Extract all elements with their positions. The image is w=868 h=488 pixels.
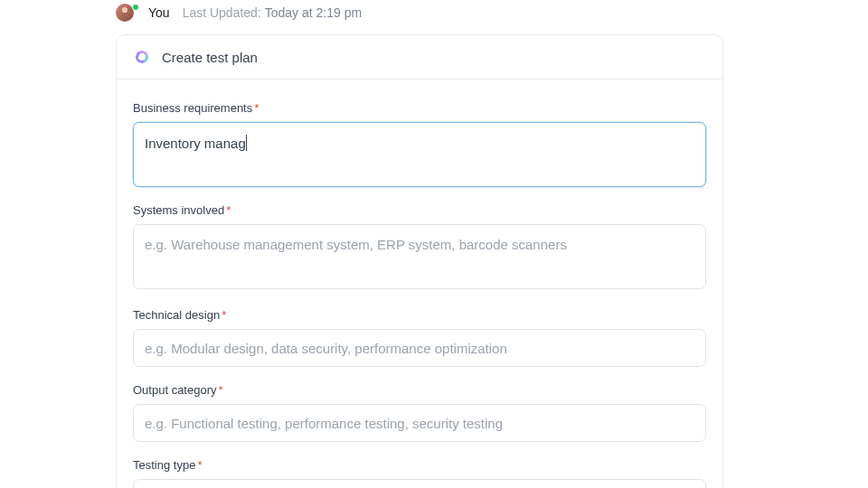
page-container: You Last Updated: Today at 2:19 pm Creat… (0, 0, 868, 488)
technical-design-input[interactable] (133, 329, 706, 367)
last-updated-prefix: Last Updated: (183, 5, 261, 20)
card-header: Create test plan (117, 35, 722, 80)
text-cursor-icon (246, 135, 247, 151)
card-body: Business requirements* Inventory manag S… (117, 80, 722, 488)
systems-involved-textarea[interactable] (133, 224, 706, 289)
field-output-category: Output category* (133, 383, 706, 442)
form-card: Create test plan Business requirements* … (116, 34, 723, 488)
testing-type-input[interactable] (133, 479, 706, 488)
business-requirements-value: Inventory manag (145, 136, 246, 151)
avatar (116, 4, 134, 22)
status-presence-dot (132, 4, 139, 11)
field-business-requirements: Business requirements* Inventory manag (133, 101, 706, 187)
card-title: Create test plan (162, 50, 258, 65)
output-category-input[interactable] (133, 404, 706, 442)
field-testing-type: Testing type* (133, 458, 706, 488)
field-technical-design: Technical design* (133, 308, 706, 367)
last-updated-time: Today at 2:19 pm (265, 5, 362, 20)
last-updated: Last Updated: Today at 2:19 pm (183, 5, 362, 20)
label-technical-design: Technical design* (133, 308, 706, 322)
field-systems-involved: Systems involved* (133, 203, 706, 292)
app-icon (133, 48, 151, 66)
label-systems-involved: Systems involved* (133, 203, 706, 217)
author-label: You (148, 5, 170, 20)
label-output-category: Output category* (133, 383, 706, 397)
business-requirements-textarea[interactable]: Inventory manag (133, 122, 706, 187)
label-testing-type: Testing type* (133, 458, 706, 472)
label-business-requirements: Business requirements* (133, 101, 706, 115)
meta-row: You Last Updated: Today at 2:19 pm (0, 4, 868, 22)
